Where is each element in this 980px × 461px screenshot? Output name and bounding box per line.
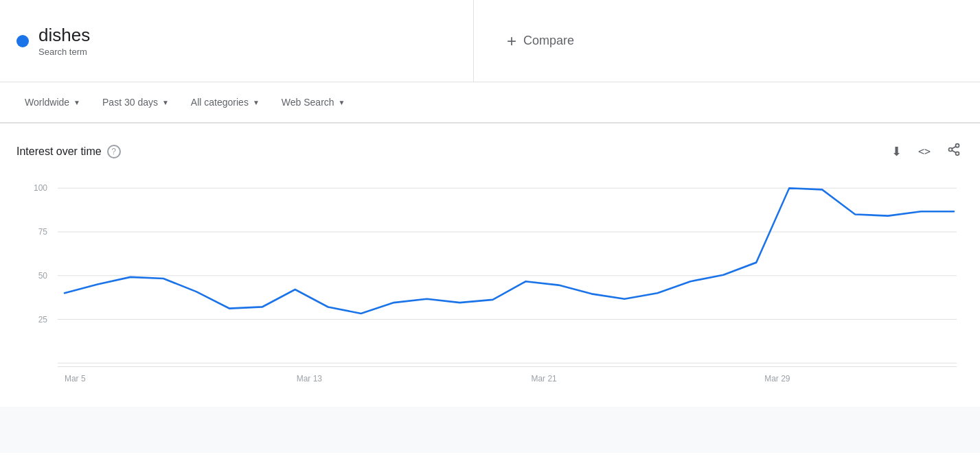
content-area: Interest over time ? ⬇ <> [0,123,980,453]
region-chevron-icon: ▼ [73,99,80,106]
embed-icon: <> [918,145,931,158]
search-term-name: dishes [38,25,90,46]
categories-filter[interactable]: All categories ▼ [183,91,268,113]
svg-text:Mar 5: Mar 5 [65,373,86,383]
header: dishes Search term + Compare [0,0,980,82]
svg-text:100: 100 [34,183,47,193]
svg-text:Mar 13: Mar 13 [297,373,322,383]
time-chevron-icon: ▼ [162,99,169,106]
chart-title: Interest over time [16,145,102,158]
svg-point-2 [956,152,959,155]
svg-text:Mar 21: Mar 21 [531,373,556,383]
interest-chart: 100 75 50 25 Mar 5 Mar 13 Mar 21 Mar 29 [16,174,964,407]
search-term-text: dishes Search term [38,25,90,57]
svg-point-0 [956,144,959,147]
download-button[interactable]: ⬇ [889,141,904,162]
search-term-type: Search term [38,47,87,57]
filters-bar: Worldwide ▼ Past 30 days ▼ All categorie… [0,82,980,123]
svg-text:75: 75 [38,227,47,237]
region-label: Worldwide [25,97,69,108]
chart-title-group: Interest over time ? [16,145,121,158]
time-range-filter[interactable]: Past 30 days ▼ [94,91,177,113]
svg-text:25: 25 [38,314,47,324]
chart-container: 100 75 50 25 Mar 5 Mar 13 Mar 21 Mar 29 [16,174,964,407]
help-icon-label: ? [111,147,116,156]
compare-label: Compare [523,34,574,48]
svg-line-3 [952,150,956,152]
embed-button[interactable]: <> [915,141,933,161]
share-icon [947,145,961,159]
svg-point-1 [949,148,953,152]
svg-text:50: 50 [38,271,47,281]
svg-text:Mar 29: Mar 29 [764,373,790,383]
plus-icon: + [507,32,516,51]
download-icon: ⬇ [891,145,902,158]
search-term-dot [16,35,29,47]
compare-button[interactable]: + Compare [507,32,574,51]
search-term-section: dishes Search term [0,0,474,82]
chart-actions: ⬇ <> [889,140,964,163]
search-type-label: Web Search [282,97,334,108]
time-range-label: Past 30 days [102,97,158,108]
help-icon[interactable]: ? [107,145,121,158]
search-type-chevron-icon: ▼ [339,99,345,106]
chart-section: Interest over time ? ⬇ <> [0,123,980,407]
search-type-filter[interactable]: Web Search ▼ [273,91,354,113]
region-filter[interactable]: Worldwide ▼ [16,91,89,113]
categories-chevron-icon: ▼ [253,99,260,106]
chart-header: Interest over time ? ⬇ <> [16,140,964,163]
categories-label: All categories [191,97,249,108]
share-button[interactable] [944,140,964,163]
compare-section: + Compare [474,0,980,82]
svg-line-4 [952,146,956,148]
